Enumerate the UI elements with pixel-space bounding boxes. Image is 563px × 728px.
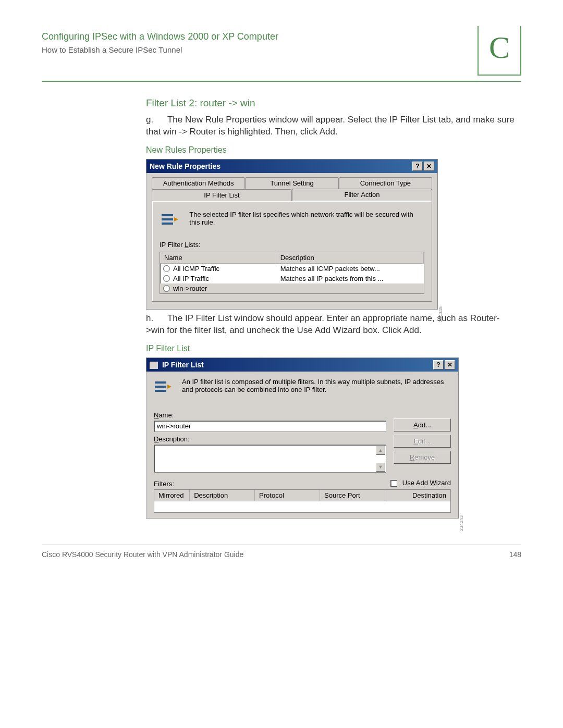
- radio-icon[interactable]: [163, 275, 170, 282]
- remove-button[interactable]: Remove: [394, 451, 451, 464]
- name-input[interactable]: [154, 421, 386, 432]
- help-button[interactable]: ?: [433, 360, 444, 369]
- step-h-text: The IP Filter List window should appear.…: [146, 313, 499, 335]
- use-add-wizard-label: Use Add Wizard: [402, 479, 451, 487]
- figure-number-2: 234243: [459, 515, 464, 531]
- col-header-description[interactable]: Description: [276, 252, 424, 263]
- section-heading-filterlist2: Filter List 2: router -> win: [146, 97, 516, 109]
- scroll-up-button[interactable]: ▲: [376, 446, 385, 455]
- app-icon: [150, 362, 158, 369]
- appendix-badge: C: [478, 26, 521, 76]
- description-textarea[interactable]: ▲ ▼: [154, 445, 386, 473]
- svg-rect-5: [155, 390, 166, 392]
- tab-ip-filter-list[interactable]: IP Filter List: [152, 189, 292, 201]
- step-g: g. The New Rule Properties window will a…: [146, 114, 516, 138]
- help-button[interactable]: ?: [412, 162, 423, 171]
- header-title: Configuring IPSec with a Windows 2000 or…: [42, 31, 478, 42]
- radio-icon[interactable]: [163, 265, 170, 272]
- add-button[interactable]: Add...: [394, 418, 451, 431]
- filter-list-icon: [154, 378, 173, 397]
- edit-button[interactable]: Edit...: [394, 435, 451, 448]
- close-button[interactable]: ✕: [445, 360, 455, 369]
- step-h: h. The IP Filter List window should appe…: [146, 313, 516, 337]
- header-subtitle: How to Establish a Secure IPSec Tunnel: [42, 45, 478, 54]
- dialog1-titlebar[interactable]: New Rule Properties ? ✕: [146, 159, 437, 173]
- filters-grid-body[interactable]: [154, 501, 451, 513]
- svg-rect-2: [162, 223, 173, 225]
- svg-rect-1: [162, 218, 173, 220]
- use-add-wizard-checkbox[interactable]: [390, 480, 397, 487]
- ip-filter-lists-table: Name Description All ICMP Traffic Matche…: [160, 252, 424, 294]
- col-destination[interactable]: Destination: [385, 490, 450, 501]
- svg-rect-4: [155, 386, 166, 388]
- radio-icon[interactable]: [163, 285, 170, 292]
- dialog2-title: IP Filter List: [162, 361, 204, 369]
- page-footer: Cisco RVS4000 Security Router with VPN A…: [42, 545, 521, 559]
- col-mirrored[interactable]: Mirrored: [154, 490, 190, 501]
- step-g-text: The New Rule Properties window will appe…: [146, 115, 515, 137]
- dialog2-explain-text: An IP filter list is composed of multipl…: [182, 378, 451, 393]
- caption-new-rules-properties: New Rules Properties: [146, 145, 516, 155]
- filter-row-all-ip[interactable]: All IP Traffic Matches all IP packets fr…: [160, 274, 424, 283]
- footer-page-number: 148: [509, 550, 521, 559]
- col-description[interactable]: Description: [190, 490, 255, 501]
- footer-left: Cisco RVS4000 Security Router with VPN A…: [42, 550, 243, 559]
- close-button[interactable]: ✕: [424, 162, 434, 171]
- filters-label: Filters:: [154, 480, 174, 488]
- caption-ip-filter-list: IP Filter List: [146, 344, 516, 353]
- appendix-letter: C: [489, 30, 510, 66]
- ip-filter-lists-label: IP Filter Lists:: [160, 241, 424, 249]
- filter-row-win-router[interactable]: win->router: [160, 283, 424, 293]
- dialog1-title: New Rule Properties: [150, 162, 221, 170]
- figure-number-1: 234345: [438, 306, 443, 322]
- dialog-new-rule-properties: New Rule Properties ? ✕ Authentication M…: [146, 159, 438, 310]
- use-add-wizard-row[interactable]: Use Add Wizard: [390, 479, 451, 487]
- col-protocol[interactable]: Protocol: [255, 490, 320, 501]
- step-g-label: g.: [146, 115, 153, 125]
- name-label: Name:: [154, 411, 386, 419]
- svg-rect-3: [155, 381, 166, 384]
- tab-tunnel-setting[interactable]: Tunnel Setting: [245, 177, 338, 189]
- tab-connection-type[interactable]: Connection Type: [339, 177, 432, 189]
- svg-rect-0: [162, 214, 173, 216]
- page-header: Configuring IPSec with a Windows 2000 or…: [42, 31, 521, 82]
- dialog-ip-filter-list: IP Filter List ? ✕: [146, 357, 459, 519]
- filter-row-all-icmp[interactable]: All ICMP Traffic Matches all ICMP packet…: [160, 264, 424, 274]
- filter-list-icon: [160, 211, 180, 229]
- filters-grid-header: Mirrored Description Protocol Source Por…: [154, 489, 451, 501]
- tab-filter-action[interactable]: Filter Action: [292, 189, 432, 201]
- tab-auth-methods[interactable]: Authentication Methods: [152, 177, 245, 189]
- scroll-down-button[interactable]: ▼: [376, 462, 385, 472]
- step-h-label: h.: [146, 313, 153, 323]
- col-header-name[interactable]: Name: [160, 252, 276, 263]
- dialog2-titlebar[interactable]: IP Filter List ? ✕: [146, 358, 458, 372]
- dialog1-explain-text: The selected IP filter list specifies wh…: [189, 211, 424, 226]
- col-source-port[interactable]: Source Port: [320, 490, 385, 501]
- description-label: Description:: [154, 435, 386, 443]
